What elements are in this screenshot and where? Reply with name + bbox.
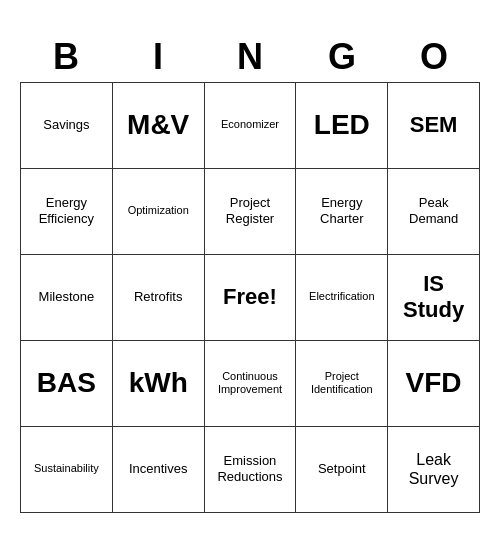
cell-text: BAS [37,366,96,400]
cell-r2-c1[interactable]: Retrofits [113,255,205,341]
bingo-grid: SavingsM&VEconomizerLEDSEMEnergy Efficie… [20,82,480,513]
cell-r1-c4[interactable]: Peak Demand [388,169,480,255]
cell-text: Incentives [129,461,188,477]
cell-text: Milestone [39,289,95,305]
header-letter: G [296,32,388,82]
bingo-card: BINGO SavingsM&VEconomizerLEDSEMEnergy E… [20,32,480,513]
cell-text: Energy Efficiency [26,195,107,226]
cell-r3-c3[interactable]: Project Identification [296,341,388,427]
cell-text: LED [314,108,370,142]
cell-text: Economizer [221,118,279,131]
header-letter: O [388,32,480,82]
cell-text: Continuous Improvement [210,370,291,396]
cell-text: M&V [127,108,189,142]
cell-text: Sustainability [34,462,99,475]
cell-r3-c4[interactable]: VFD [388,341,480,427]
cell-r4-c2[interactable]: Emission Reductions [205,427,297,513]
cell-r0-c0[interactable]: Savings [21,83,113,169]
cell-text: Free! [223,284,277,310]
cell-r4-c3[interactable]: Setpoint [296,427,388,513]
cell-text: SEM [410,112,458,138]
header-letter: N [204,32,296,82]
cell-r2-c0[interactable]: Milestone [21,255,113,341]
cell-r0-c2[interactable]: Economizer [205,83,297,169]
header-letter: I [112,32,204,82]
cell-r3-c1[interactable]: kWh [113,341,205,427]
header-letter: B [20,32,112,82]
cell-text: kWh [129,366,188,400]
cell-text: VFD [406,366,462,400]
cell-text: Leak Survey [393,450,474,488]
cell-text: Energy Charter [301,195,382,226]
cell-r3-c2[interactable]: Continuous Improvement [205,341,297,427]
cell-text: Setpoint [318,461,366,477]
cell-text: Retrofits [134,289,182,305]
cell-r1-c2[interactable]: Project Register [205,169,297,255]
cell-r3-c0[interactable]: BAS [21,341,113,427]
cell-r4-c1[interactable]: Incentives [113,427,205,513]
cell-text: Optimization [128,204,189,217]
cell-r2-c2[interactable]: Free! [205,255,297,341]
cell-text: Project Register [210,195,291,226]
cell-r0-c1[interactable]: M&V [113,83,205,169]
cell-text: Electrification [309,290,374,303]
cell-r4-c0[interactable]: Sustainability [21,427,113,513]
cell-r2-c4[interactable]: IS Study [388,255,480,341]
cell-text: IS Study [393,271,474,324]
cell-r2-c3[interactable]: Electrification [296,255,388,341]
cell-r4-c4[interactable]: Leak Survey [388,427,480,513]
cell-r1-c1[interactable]: Optimization [113,169,205,255]
cell-text: Project Identification [301,370,382,396]
cell-r0-c4[interactable]: SEM [388,83,480,169]
cell-text: Savings [43,117,89,133]
cell-r0-c3[interactable]: LED [296,83,388,169]
cell-text: Emission Reductions [210,453,291,484]
cell-r1-c0[interactable]: Energy Efficiency [21,169,113,255]
cell-r1-c3[interactable]: Energy Charter [296,169,388,255]
cell-text: Peak Demand [393,195,474,226]
bingo-header: BINGO [20,32,480,82]
